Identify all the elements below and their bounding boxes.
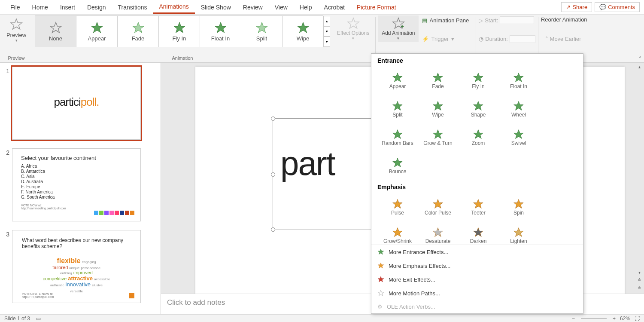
duration-field: ◔Duration: bbox=[479, 35, 535, 43]
add-animation-icon: + bbox=[392, 17, 405, 30]
emphasis-spin[interactable]: Spin bbox=[498, 193, 539, 221]
entrance-wheel[interactable]: Wheel bbox=[498, 95, 539, 123]
more-motion-paths[interactable]: More Motion Paths... bbox=[371, 286, 583, 300]
tab-help[interactable]: Help bbox=[294, 1, 318, 13]
tab-acrobat[interactable]: Acrobat bbox=[318, 1, 351, 13]
motion-star-icon bbox=[377, 290, 384, 297]
duration-icon: ◔ bbox=[479, 36, 483, 42]
trigger-button: ⚡Trigger ▾ bbox=[422, 35, 474, 43]
more-emphasis-effects[interactable]: More Emphasis Effects... bbox=[371, 259, 583, 273]
appear-star-icon bbox=[91, 21, 103, 34]
emphasis-header: Emphasis bbox=[377, 184, 577, 190]
ribbon-tabs: File Home Insert Design Transitions Anim… bbox=[0, 0, 644, 15]
svg-text:+: + bbox=[401, 23, 404, 30]
entrance-fly-in[interactable]: Fly In bbox=[458, 67, 498, 95]
entrance-split[interactable]: Split bbox=[377, 95, 418, 123]
anim-none[interactable]: None bbox=[35, 15, 76, 47]
tab-design[interactable]: Design bbox=[81, 1, 112, 13]
anim-flyin[interactable]: Fly In bbox=[158, 15, 200, 47]
entrance-grow-turn[interactable]: Grow & Turn bbox=[418, 123, 458, 152]
entrance-appear[interactable]: Appear bbox=[377, 67, 418, 95]
entrance-swivel[interactable]: Swivel bbox=[498, 123, 539, 152]
zoom-in[interactable]: + bbox=[613, 316, 616, 322]
collapse-ribbon[interactable]: ˄ bbox=[639, 56, 641, 62]
entrance-star-icon bbox=[377, 248, 384, 255]
thumb-num-2: 2 bbox=[2, 148, 12, 221]
tab-transitions[interactable]: Transitions bbox=[112, 1, 153, 13]
gallery-up[interactable]: ▴ bbox=[323, 16, 330, 26]
more-exit-effects[interactable]: More Exit Effects... bbox=[371, 273, 583, 286]
fit-to-window[interactable]: ⛶ bbox=[635, 316, 640, 322]
effect-options-button: Effect Options ▾ bbox=[334, 15, 373, 42]
anim-wipe[interactable]: Wipe bbox=[282, 15, 323, 47]
prev-slide[interactable]: ≙ bbox=[636, 278, 642, 282]
entrance-wipe[interactable]: Wipe bbox=[418, 95, 458, 123]
entrance-header: Entrance bbox=[377, 57, 577, 64]
entrance-fade[interactable]: Fade bbox=[418, 67, 458, 95]
emphasis-desaturate[interactable]: Desaturate bbox=[418, 221, 458, 245]
more-entrance-effects[interactable]: More Entrance Effects... bbox=[371, 245, 583, 259]
color-swatches bbox=[94, 211, 134, 215]
animation-gallery: None Appear Fade Fly In Float In Split bbox=[35, 15, 330, 47]
thumbnail-3[interactable]: What word best describes our new company… bbox=[12, 230, 141, 303]
trigger-icon: ⚡ bbox=[422, 36, 429, 42]
wipe-star-icon bbox=[297, 21, 310, 34]
zoom-level: 62% bbox=[620, 316, 630, 322]
emphasis-darken[interactable]: Darken bbox=[458, 221, 498, 245]
anim-fade[interactable]: Fade bbox=[117, 15, 158, 47]
logo: participoll. bbox=[12, 67, 140, 109]
none-star-icon bbox=[49, 21, 62, 34]
thumbnail-1[interactable]: participoll. bbox=[12, 67, 141, 140]
tab-review[interactable]: Review bbox=[237, 1, 269, 13]
floatin-star-icon bbox=[214, 21, 227, 34]
preview-group-label: Preview bbox=[3, 55, 29, 62]
gallery-down[interactable]: ▾ bbox=[323, 26, 330, 37]
anim-floatin[interactable]: Float In bbox=[200, 15, 241, 47]
tab-picture-format[interactable]: Picture Format bbox=[351, 1, 402, 13]
move-earlier: ˄ Move Earlier bbox=[541, 36, 587, 42]
anim-split[interactable]: Split bbox=[241, 15, 282, 47]
notes-icon[interactable]: ▭ bbox=[36, 316, 41, 322]
tab-home[interactable]: Home bbox=[26, 1, 54, 13]
add-animation-button[interactable]: + Add Animation ▾ bbox=[378, 15, 418, 42]
tab-view[interactable]: View bbox=[269, 1, 294, 13]
thumb-num-3: 3 bbox=[2, 230, 12, 303]
zoom-out[interactable]: − bbox=[572, 316, 575, 322]
entrance-shape[interactable]: Shape bbox=[458, 95, 498, 123]
preview-button[interactable]: Preview ▾ bbox=[3, 15, 29, 45]
canvas-scroll-down[interactable]: ▾ bbox=[636, 270, 642, 275]
emphasis-color-pulse[interactable]: Color Pulse bbox=[418, 193, 458, 221]
tab-file[interactable]: File bbox=[4, 1, 26, 13]
animation-pane-button[interactable]: ▤Animation Pane bbox=[422, 16, 474, 25]
animation-group-label: Animation bbox=[35, 55, 330, 62]
share-button[interactable]: ↗Share bbox=[561, 2, 592, 12]
next-slide[interactable]: ≚ bbox=[636, 285, 642, 290]
emphasis-teeter[interactable]: Teeter bbox=[458, 193, 498, 221]
tab-slideshow[interactable]: Slide Show bbox=[195, 1, 237, 13]
comments-button[interactable]: 💬Comments bbox=[595, 2, 640, 12]
canvas-scroll-up[interactable]: ▴ bbox=[636, 64, 642, 69]
tab-animations[interactable]: Animations bbox=[153, 0, 194, 14]
slide-text: part bbox=[280, 144, 334, 183]
status-bar: Slide 1 of 3 ▭ − + 62% ⛶ bbox=[0, 314, 644, 322]
anim-appear[interactable]: Appear bbox=[76, 15, 117, 47]
emphasis-grow-shrink[interactable]: Grow/Shrink bbox=[377, 221, 418, 245]
entrance-float-in[interactable]: Float In bbox=[498, 67, 539, 95]
ole-action-verbs: ⚙ OLE Action Verbs... bbox=[371, 300, 583, 313]
exit-star-icon bbox=[377, 276, 384, 283]
effect-options-icon bbox=[347, 17, 360, 30]
gallery-more[interactable]: ▾ bbox=[323, 37, 330, 47]
emphasis-lighten[interactable]: Lighten bbox=[498, 221, 539, 245]
word-cloud: flexible engaging tailored unique person… bbox=[22, 257, 131, 294]
slide-thumbnails: 1 participoll. 2 Select your favourite c… bbox=[0, 63, 161, 314]
emphasis-pulse[interactable]: Pulse bbox=[377, 193, 418, 221]
entrance-random-bars[interactable]: Random Bars bbox=[377, 123, 418, 152]
thumbnail-2[interactable]: Select your favourite continent A. Afric… bbox=[12, 148, 141, 221]
tab-insert[interactable]: Insert bbox=[54, 1, 81, 13]
entrance-bounce[interactable]: Bounce bbox=[377, 152, 418, 180]
entrance-zoom[interactable]: Zoom bbox=[458, 123, 498, 152]
split-star-icon bbox=[255, 21, 268, 34]
gear-icon: ⚙ bbox=[377, 304, 383, 310]
fade-star-icon bbox=[132, 21, 145, 34]
pane-icon: ▤ bbox=[422, 17, 427, 24]
